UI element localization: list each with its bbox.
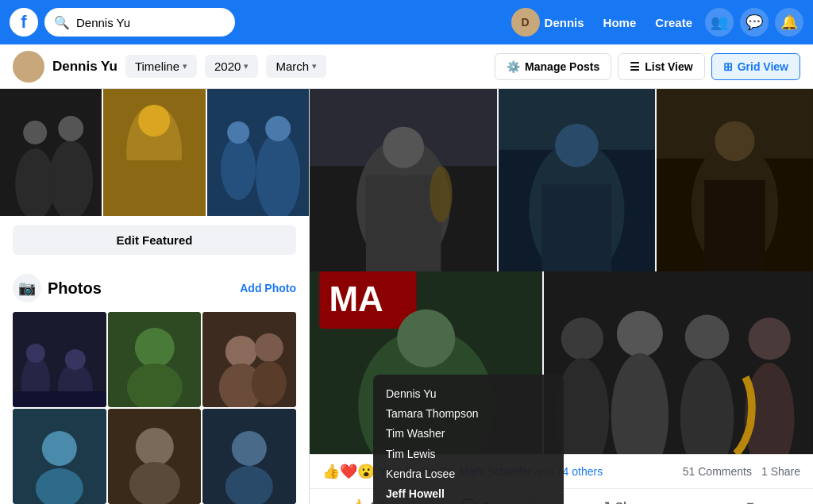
svg-point-40 — [383, 127, 424, 168]
manage-posts-button[interactable]: ⚙️ Manage Posts — [495, 53, 611, 80]
featured-photo-3[interactable] — [207, 89, 309, 216]
facebook-logo[interactable]: f — [10, 8, 38, 37]
svg-point-46 — [555, 124, 599, 167]
photos-section: 📷 Photos Add Photo — [0, 264, 309, 504]
nav-create[interactable]: Create — [649, 13, 699, 33]
svg-rect-8 — [126, 160, 182, 216]
svg-point-16 — [26, 344, 45, 363]
nav-home[interactable]: Home — [597, 13, 643, 33]
nav-user[interactable]: D Dennis — [505, 5, 591, 40]
svg-point-18 — [65, 349, 86, 370]
timeline-dropdown[interactable]: Timeline ▾ — [125, 55, 197, 78]
year-chevron: ▾ — [244, 61, 249, 71]
svg-point-4 — [58, 116, 83, 141]
svg-rect-47 — [542, 184, 612, 271]
svg-point-7 — [138, 105, 170, 137]
top-navigation: f 🔍 D Dennis Home Create 👥 💬 🔔 — [0, 0, 813, 44]
notifications-icon-btn[interactable]: 🔔 — [775, 8, 803, 37]
photo-thumb-3[interactable] — [202, 312, 296, 407]
month-dropdown[interactable]: March ▾ — [266, 55, 326, 78]
main-photo-5[interactable] — [544, 271, 813, 454]
nav-home-label: Home — [603, 16, 637, 29]
photos-header: 📷 Photos Add Photo — [13, 274, 296, 302]
svg-point-61 — [617, 311, 663, 357]
love-emoji: ❤️ — [340, 463, 357, 480]
share-label: Share — [615, 499, 649, 505]
nav-create-label: Create — [655, 16, 692, 29]
tooltip-name-5: Kendra Losee — [386, 464, 551, 484]
featured-photo-1[interactable] — [0, 89, 102, 216]
svg-point-27 — [252, 361, 287, 406]
add-photo-button[interactable]: Add Photo — [240, 282, 296, 294]
profile-toolbar: Dennis Yu Timeline ▾ 2020 ▾ March ▾ ⚙️ M… — [0, 44, 813, 89]
month-value: March — [275, 60, 309, 73]
grid-view-button[interactable]: ⊞ Grid View — [711, 53, 800, 80]
list-view-icon: ☰ — [630, 60, 640, 73]
logo-letter: f — [21, 12, 26, 33]
svg-point-57 — [397, 310, 455, 367]
bottom-photo-area: MA — [310, 271, 813, 454]
manage-posts-label: Manage Posts — [525, 60, 599, 73]
svg-point-65 — [749, 317, 791, 360]
photo-thumb-4[interactable] — [13, 409, 106, 504]
shares-count: 1 Share — [761, 465, 800, 478]
featured-photo-grid — [0, 89, 309, 216]
share-icon: ↗ — [600, 498, 611, 504]
month-chevron: ▾ — [312, 61, 317, 71]
timeline-chevron: ▾ — [183, 61, 187, 71]
tooltip-name-4: Tim Lewis — [386, 444, 551, 464]
tooltip-name-6: Jeff Howell — [386, 484, 551, 504]
top-photo-row — [310, 89, 813, 271]
grid-view-label: Grid View — [738, 60, 788, 73]
edit-featured-label: Edit Featured — [117, 233, 193, 247]
messenger-icon-btn[interactable]: 💬 — [740, 8, 769, 37]
photo-thumb-1[interactable] — [13, 312, 106, 407]
photo-thumb-2[interactable] — [108, 312, 202, 407]
tooltip-name-1: Dennis Yu — [386, 384, 551, 404]
nav-left: f 🔍 — [10, 8, 235, 37]
svg-point-12 — [227, 121, 249, 144]
svg-point-10 — [221, 137, 256, 200]
photo-thumb-6[interactable] — [202, 409, 296, 504]
main-photo-1[interactable] — [310, 89, 497, 271]
right-content: MA — [310, 89, 813, 504]
share-button[interactable]: ↗ Share — [561, 492, 688, 504]
like-emoji: 👍 — [322, 463, 340, 480]
main-photo-3[interactable] — [657, 89, 813, 271]
list-view-button[interactable]: ☰ List View — [618, 53, 704, 80]
svg-rect-19 — [13, 391, 106, 407]
like-icon: 👍 — [351, 498, 366, 504]
names-tooltip: Dennis Yu Tamara Thompson Tim Washer Tim… — [373, 375, 564, 504]
edit-featured-button[interactable]: Edit Featured — [13, 225, 296, 255]
add-photo-label: Add Photo — [240, 282, 296, 294]
friends-icon-btn[interactable]: 👥 — [705, 8, 734, 37]
search-input[interactable] — [76, 16, 225, 29]
comments-count: 51 Comments — [683, 465, 752, 478]
photo-thumb-5[interactable] — [108, 409, 202, 504]
profile-avatar — [13, 51, 44, 83]
year-dropdown[interactable]: 2020 ▾ — [205, 55, 258, 78]
profile-name: Dennis Yu — [52, 59, 118, 75]
nav-right: D Dennis Home Create 👥 💬 🔔 — [505, 5, 803, 40]
left-sidebar: Edit Featured 📷 Photos Add Photo — [0, 89, 310, 504]
main-content: Edit Featured 📷 Photos Add Photo — [0, 89, 813, 504]
wow-emoji: 😮 — [357, 463, 375, 480]
reactions-right: 51 Comments 1 Share — [683, 465, 800, 478]
main-photo-2[interactable] — [499, 89, 655, 271]
more-options[interactable]: ▾ — [688, 492, 814, 504]
tooltip-name-2: Tamara Thompson — [386, 404, 551, 424]
grid-view-icon: ⊞ — [723, 60, 733, 73]
search-bar[interactable]: 🔍 — [44, 8, 235, 37]
photos-icon: 📷 — [13, 274, 41, 302]
svg-point-42 — [430, 166, 452, 222]
svg-point-13 — [265, 116, 291, 141]
search-icon: 🔍 — [54, 15, 70, 30]
reaction-emojis: 👍 ❤️ 😮 — [322, 463, 375, 480]
svg-point-24 — [225, 336, 257, 367]
toolbar-right: ⚙️ Manage Posts ☰ List View ⊞ Grid View — [495, 53, 800, 80]
photos-title-text: Photos — [48, 279, 102, 298]
photos-title-group: 📷 Photos — [13, 274, 102, 302]
tooltip-name-3: Tim Washer — [386, 424, 551, 444]
featured-photo-2[interactable] — [103, 89, 205, 216]
svg-point-11 — [256, 133, 300, 216]
